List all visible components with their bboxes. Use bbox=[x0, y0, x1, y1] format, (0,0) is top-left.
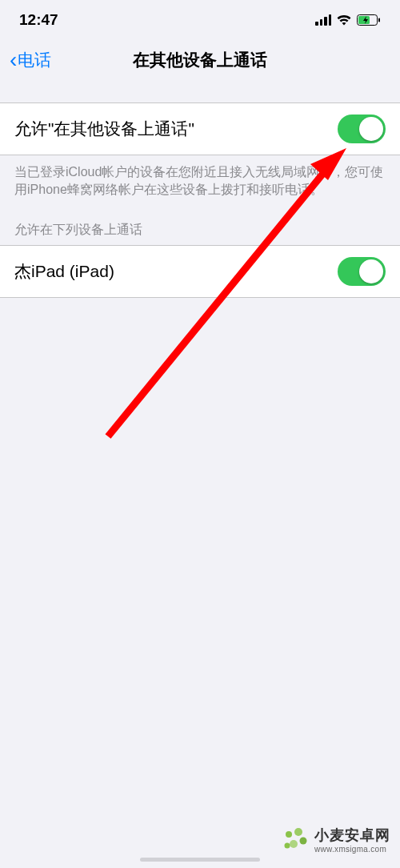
navigation-bar: ‹ 电话 在其他设备上通话 bbox=[0, 40, 400, 80]
svg-point-9 bbox=[285, 842, 290, 848]
watermark-brand: 小麦安卓网 bbox=[314, 826, 390, 845]
cellular-signal-icon bbox=[315, 14, 331, 26]
svg-point-5 bbox=[286, 831, 292, 838]
svg-rect-2 bbox=[378, 18, 380, 22]
watermark: 小麦安卓网 www.xmsigma.com bbox=[282, 826, 390, 854]
allow-calls-toggle[interactable] bbox=[338, 115, 386, 143]
svg-point-6 bbox=[294, 828, 302, 836]
device-toggle[interactable] bbox=[338, 257, 386, 286]
status-time: 12:47 bbox=[19, 11, 58, 29]
back-label: 电话 bbox=[18, 49, 51, 71]
allow-calls-description: 当已登录iCloud帐户的设备在您附近且接入无线局域网时，您可使用iPhone蜂… bbox=[0, 155, 400, 199]
device-label: 杰iPad (iPad) bbox=[14, 260, 114, 283]
watermark-logo-icon bbox=[282, 826, 310, 854]
device-row: 杰iPad (iPad) bbox=[0, 245, 400, 298]
back-button[interactable]: ‹ 电话 bbox=[10, 47, 51, 73]
allow-calls-label: 允许"在其他设备上通话" bbox=[14, 118, 194, 140]
chevron-left-icon: ‹ bbox=[10, 47, 17, 73]
svg-point-7 bbox=[300, 837, 307, 844]
home-indicator[interactable] bbox=[140, 858, 260, 862]
status-bar: 12:47 bbox=[0, 0, 400, 40]
devices-section-header: 允许在下列设备上通话 bbox=[0, 199, 400, 245]
watermark-url: www.xmsigma.com bbox=[314, 845, 390, 854]
allow-calls-row: 允许"在其他设备上通话" bbox=[0, 102, 400, 155]
wifi-icon bbox=[336, 14, 352, 26]
page-title: 在其他设备上通话 bbox=[133, 49, 267, 71]
svg-point-8 bbox=[290, 840, 298, 848]
status-icons bbox=[315, 14, 381, 26]
battery-charging-icon bbox=[357, 14, 381, 26]
